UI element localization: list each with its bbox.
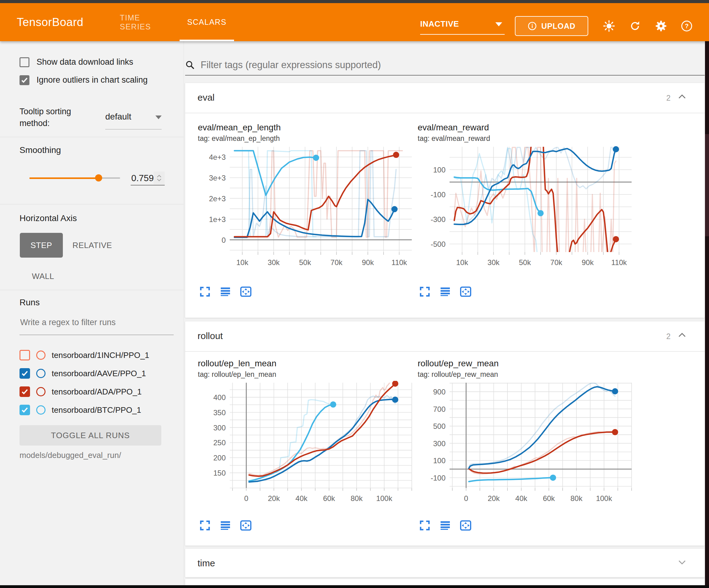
run-checkbox[interactable]: [20, 350, 30, 360]
tab-scalars[interactable]: SCALARS: [180, 3, 234, 41]
status-dropdown[interactable]: INACTIVE: [420, 14, 505, 35]
run-item-ada[interactable]: tensorboard/ADA/PPO_1: [20, 385, 142, 399]
show-download-links-checkbox[interactable]: [20, 57, 29, 67]
chevron-down-icon[interactable]: [677, 559, 687, 567]
window-top-strip: [0, 0, 709, 3]
section-header-rollout[interactable]: rollout 2: [185, 322, 705, 352]
brightness-icon[interactable]: [602, 19, 616, 33]
svg-text:90k: 90k: [362, 258, 374, 266]
runs-list-icon[interactable]: [439, 519, 451, 531]
tooltip-sorting-underline: [105, 129, 162, 129]
section-card-partial: [185, 579, 705, 585]
svg-text:2e+3: 2e+3: [209, 195, 226, 203]
svg-text:20k: 20k: [488, 494, 500, 503]
main-content: eval 2 eval/mean_ep_length tag: eval/mea…: [184, 41, 705, 585]
fit-domain-icon[interactable]: [240, 286, 252, 298]
svg-text:?: ?: [685, 23, 688, 29]
run-color-ring[interactable]: [36, 351, 46, 360]
axis-wall-label: WALL: [32, 272, 54, 281]
section-header-time[interactable]: time: [185, 549, 705, 579]
chevron-up-icon[interactable]: [677, 94, 687, 101]
search-icon: [185, 60, 195, 70]
svg-text:10k: 10k: [456, 258, 468, 266]
run-color-ring[interactable]: [36, 387, 46, 397]
run-checkbox[interactable]: [20, 368, 30, 379]
axis-wall-button[interactable]: WALL: [26, 265, 60, 287]
svg-text:30k: 30k: [268, 258, 280, 266]
runs-base-path: models/debugged_eval_run/: [20, 451, 121, 460]
runs-list-icon[interactable]: [219, 519, 231, 531]
run-checkbox[interactable]: [20, 405, 30, 415]
tooltip-sorting-label: Tooltip sorting method:: [20, 106, 97, 129]
axis-step-label: STEP: [31, 240, 52, 250]
tooltip-sorting-select[interactable]: default: [105, 112, 162, 122]
chart-plot[interactable]: 020k40k60k80k100k150200250300350400: [197, 381, 414, 505]
fit-domain-icon[interactable]: [460, 519, 472, 531]
chart-plot[interactable]: 020k40k60k80k100k-100100300500700900: [417, 381, 634, 505]
upload-button[interactable]: UPLOAD: [515, 16, 588, 36]
active-tab-underline: [180, 40, 234, 41]
scrollbar-thumb[interactable]: [705, 134, 709, 236]
chart-tag: tag: eval/mean_reward: [418, 134, 490, 143]
smoothing-value-input[interactable]: 0.759: [131, 171, 165, 185]
svg-text:40k: 40k: [515, 494, 528, 503]
run-label: tensorboard/AAVE/PPO_1: [52, 369, 146, 378]
run-item-aave[interactable]: tensorboard/AAVE/PPO_1: [20, 366, 146, 380]
divider: [0, 290, 184, 290]
svg-text:200: 200: [213, 454, 226, 462]
chart-title: eval/mean_reward: [418, 123, 489, 132]
toggle-all-runs-button[interactable]: TOGGLE ALL RUNS: [20, 425, 161, 445]
smoothing-stepper[interactable]: [154, 172, 165, 184]
help-icon[interactable]: ?: [680, 19, 693, 33]
svg-text:3e+3: 3e+3: [209, 174, 226, 182]
horizontal-axis-label: Horizontal Axis: [20, 213, 77, 223]
tab-time-series[interactable]: TIME SERIES: [120, 3, 170, 41]
smoothing-value: 0.759: [131, 173, 154, 183]
chart-tag: tag: rollout/ep_len_mean: [198, 370, 276, 379]
svg-text:110k: 110k: [611, 258, 627, 266]
toggle-all-runs-label: TOGGLE ALL RUNS: [51, 431, 130, 440]
runs-list-icon[interactable]: [439, 286, 451, 298]
section-count: 2: [666, 332, 671, 341]
runs-list-icon[interactable]: [219, 286, 231, 298]
svg-text:250: 250: [213, 438, 226, 447]
svg-text:60k: 60k: [323, 494, 335, 503]
run-color-ring[interactable]: [36, 405, 46, 415]
section-header-eval[interactable]: eval 2: [185, 83, 705, 113]
chevron-up-icon[interactable]: [677, 332, 687, 339]
tag-filter-bar: [185, 55, 705, 76]
axis-step-button[interactable]: STEP: [20, 233, 63, 258]
fullscreen-icon[interactable]: [419, 519, 431, 531]
settings-icon[interactable]: [654, 19, 668, 33]
run-color-ring[interactable]: [36, 369, 46, 378]
axis-relative-button[interactable]: RELATIVE: [69, 233, 116, 258]
svg-text:-100: -100: [431, 474, 446, 482]
fullscreen-icon[interactable]: [199, 519, 211, 531]
show-download-links-label: Show data download links: [36, 57, 133, 67]
chart-tag: tag: eval/mean_ep_length: [198, 134, 280, 143]
run-label: tensorboard/ADA/PPO_1: [52, 387, 142, 397]
section-card-eval: eval 2 eval/mean_ep_length tag: eval/mea…: [185, 83, 705, 318]
run-item-1inch[interactable]: tensorboard/1INCH/PPO_1: [20, 348, 149, 362]
svg-text:80k: 80k: [350, 494, 363, 503]
axis-relative-label: RELATIVE: [73, 240, 112, 250]
tag-filter-input[interactable]: [200, 59, 664, 71]
runs-label: Runs: [20, 298, 40, 307]
fullscreen-icon[interactable]: [199, 286, 211, 298]
fit-domain-icon[interactable]: [460, 286, 472, 298]
fullscreen-icon[interactable]: [419, 286, 431, 298]
ignore-outliers-label: Ignore outliers in chart scaling: [36, 75, 148, 85]
refresh-icon[interactable]: [628, 19, 642, 33]
chart-plot[interactable]: 10k30k50k70k90k110k01e+32e+33e+34e+3: [197, 145, 414, 269]
fit-domain-icon[interactable]: [240, 519, 252, 531]
run-checkbox[interactable]: [20, 386, 30, 397]
chart-plot[interactable]: 10k30k50k70k90k110k100-100-300-500: [417, 145, 634, 269]
ignore-outliers-checkbox[interactable]: [20, 75, 29, 85]
smoothing-slider-thumb[interactable]: [95, 174, 102, 181]
svg-text:700: 700: [433, 405, 446, 413]
run-item-btc[interactable]: tensorboard/BTC/PPO_1: [20, 403, 141, 417]
runs-filter-input[interactable]: [20, 317, 165, 328]
scrollbar[interactable]: [705, 41, 709, 585]
smoothing-slider-fill: [29, 177, 99, 179]
svg-text:300: 300: [433, 439, 446, 448]
